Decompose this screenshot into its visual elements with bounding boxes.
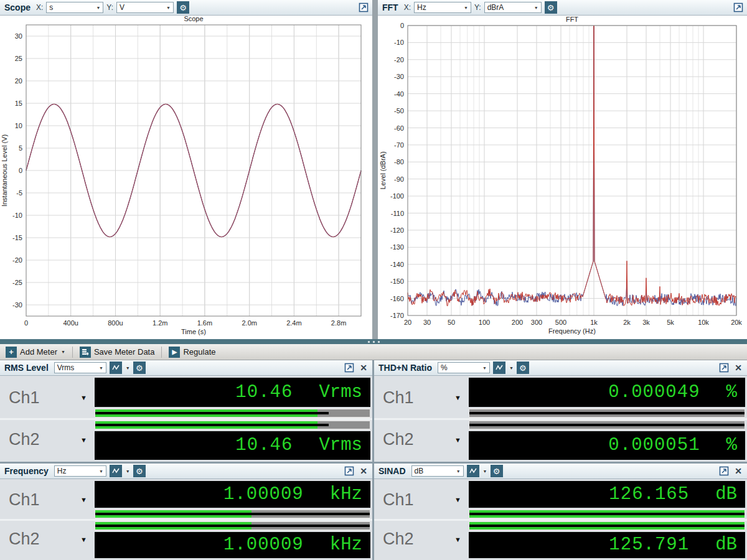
- fft-popout-button[interactable]: [733, 2, 744, 13]
- thdn-ch1-selector[interactable]: Ch1 ▼: [374, 378, 469, 418]
- sinad-close-button[interactable]: ✕: [733, 465, 744, 477]
- regulate-button[interactable]: ▶ Regulate: [165, 345, 219, 359]
- rms-ch2-selector[interactable]: Ch2 ▼: [0, 420, 95, 460]
- svg-text:Scope: Scope: [184, 16, 203, 22]
- thdn-unit-dropdown[interactable]: % ▼: [438, 362, 490, 373]
- fft-x-unit-dropdown[interactable]: Hz ▼: [414, 2, 471, 13]
- scope-x-unit-dropdown[interactable]: s ▼: [46, 2, 103, 13]
- frequency-body: Ch1 ▼ 1.00009 kHz Ch2 ▼: [0, 479, 372, 560]
- svg-text:25: 25: [15, 55, 22, 62]
- rms-ch2-display: 10.46 Vrms: [95, 431, 370, 460]
- scope-panel-title: Scope: [4, 2, 31, 12]
- meter-value: 1.00009: [223, 534, 304, 555]
- svg-text:-80: -80: [394, 158, 404, 166]
- gear-icon: ⚙: [179, 3, 187, 12]
- fft-settings-button[interactable]: ⚙: [545, 1, 557, 14]
- popout-icon: [719, 363, 729, 373]
- fft-y-unit-dropdown[interactable]: dBrA ▼: [484, 2, 542, 13]
- fft-panel-header: FFT X: Hz ▼ Y: dBrA ▼ ⚙: [378, 0, 747, 16]
- close-icon: ✕: [360, 466, 367, 476]
- frequency-ch2-selector[interactable]: Ch2 ▼: [0, 521, 95, 559]
- popout-icon: [344, 363, 354, 373]
- rms-level-close-button[interactable]: ✕: [358, 362, 369, 373]
- svg-text:5k: 5k: [667, 319, 674, 326]
- frequency-close-button[interactable]: ✕: [358, 465, 369, 477]
- save-meter-data-button[interactable]: Save Meter Data: [76, 345, 159, 359]
- scope-y-axis-label: Y:: [106, 3, 113, 12]
- meter-unit: %: [726, 435, 737, 455]
- close-icon: ✕: [735, 363, 742, 373]
- thdn-unit-value: %: [441, 363, 448, 372]
- meter-display-style-button[interactable]: [110, 465, 122, 477]
- sinad-settings-button[interactable]: ⚙: [491, 465, 503, 477]
- svg-text:-30: -30: [12, 301, 22, 309]
- fft-x-unit-value: Hz: [417, 3, 426, 12]
- thdn-popout-button[interactable]: [718, 362, 730, 373]
- rms-ch1-selector[interactable]: Ch1 ▼: [0, 378, 95, 418]
- chevron-down-icon: ▼: [80, 436, 87, 444]
- svg-text:3k: 3k: [642, 319, 650, 326]
- frequency-settings-button[interactable]: ⚙: [133, 465, 146, 477]
- meter-graph-icon: [111, 363, 120, 372]
- svg-text:-130: -130: [390, 243, 404, 251]
- sinad-unit-dropdown[interactable]: dB ▼: [411, 465, 464, 477]
- rms-level-unit-dropdown[interactable]: Vrms ▼: [54, 362, 106, 373]
- meter-unit: %: [726, 382, 737, 403]
- meter-value: 10.46: [235, 435, 293, 455]
- svg-text:100: 100: [479, 319, 490, 326]
- rms-level-title: RMS Level: [4, 363, 49, 373]
- thdn-ch2-selector[interactable]: Ch2 ▼: [374, 420, 469, 460]
- meter-display-style-button[interactable]: [467, 465, 479, 477]
- thdn-ch1-bargraph: [469, 408, 745, 418]
- thdn-settings-button[interactable]: ⚙: [517, 362, 529, 374]
- frequency-unit-dropdown[interactable]: Hz ▼: [54, 465, 106, 477]
- gear-icon: ⚙: [547, 3, 555, 12]
- sinad-popout-button[interactable]: [718, 465, 730, 477]
- chevron-down-icon: ▼: [464, 6, 468, 10]
- chevron-down-icon[interactable]: ▼: [126, 469, 130, 474]
- sinad-ch1-selector[interactable]: Ch1 ▼: [374, 481, 469, 519]
- chevron-down-icon[interactable]: ▼: [509, 366, 514, 370]
- channel-row: Ch1 ▼ 1.00009 kHz: [0, 481, 372, 519]
- svg-text:-20: -20: [12, 256, 22, 264]
- gear-icon: ⚙: [493, 467, 500, 476]
- popout-icon: [344, 466, 354, 476]
- thdn-close-button[interactable]: ✕: [733, 362, 744, 373]
- frequency-ch1-selector[interactable]: Ch1 ▼: [0, 481, 95, 519]
- play-icon: ▶: [169, 347, 180, 358]
- svg-text:2.0m: 2.0m: [242, 319, 256, 327]
- chevron-down-icon[interactable]: ▼: [126, 366, 130, 370]
- fft-y-axis-label: Y:: [474, 3, 481, 12]
- frequency-ch1-bargraph: [95, 509, 370, 519]
- chevron-down-icon: ▼: [99, 469, 103, 474]
- vertical-splitter[interactable]: [372, 0, 378, 339]
- meter-display-style-button[interactable]: [110, 362, 122, 374]
- meter-display-style-button[interactable]: [493, 362, 505, 374]
- scope-chart[interactable]: -30-25-20-15-10-50510152025300400u800u1.…: [0, 16, 372, 339]
- svg-text:-70: -70: [394, 141, 404, 149]
- chevron-down-icon: ▼: [454, 496, 461, 503]
- fft-chart[interactable]: -170-160-150-140-130-120-110-100-90-80-7…: [378, 16, 747, 339]
- sinad-ch2-selector[interactable]: Ch2 ▼: [374, 521, 469, 559]
- svg-text:-170: -170: [390, 312, 404, 319]
- add-meter-button[interactable]: + Add Meter ▼: [2, 345, 69, 359]
- frequency-popout-button[interactable]: [344, 465, 355, 477]
- rms-level-settings-button[interactable]: ⚙: [133, 362, 146, 374]
- save-meter-data-label: Save Meter Data: [94, 347, 155, 357]
- svg-text:-140: -140: [390, 261, 404, 268]
- scope-y-unit-value: V: [120, 3, 125, 12]
- scope-settings-button[interactable]: ⚙: [177, 1, 189, 14]
- rms-level-popout-button[interactable]: [344, 362, 355, 373]
- chevron-down-icon[interactable]: ▼: [483, 469, 487, 474]
- meter-graph-icon: [111, 467, 120, 475]
- frequency-unit-value: Hz: [57, 467, 67, 475]
- scope-popout-button[interactable]: [358, 2, 369, 13]
- horizontal-splitter[interactable]: [0, 339, 747, 344]
- channel-row: Ch1 ▼ 10.46 Vrms: [0, 378, 372, 418]
- svg-text:50: 50: [448, 319, 455, 326]
- meter-panel-sinad: SINAD dB ▼ ▼ ⚙ ✕ Ch1 ▼: [374, 464, 747, 560]
- channel-label: Ch1: [383, 388, 414, 408]
- meter-value: 10.46: [235, 382, 293, 403]
- chevron-down-icon: ▼: [482, 366, 487, 370]
- scope-y-unit-dropdown[interactable]: V ▼: [116, 2, 174, 13]
